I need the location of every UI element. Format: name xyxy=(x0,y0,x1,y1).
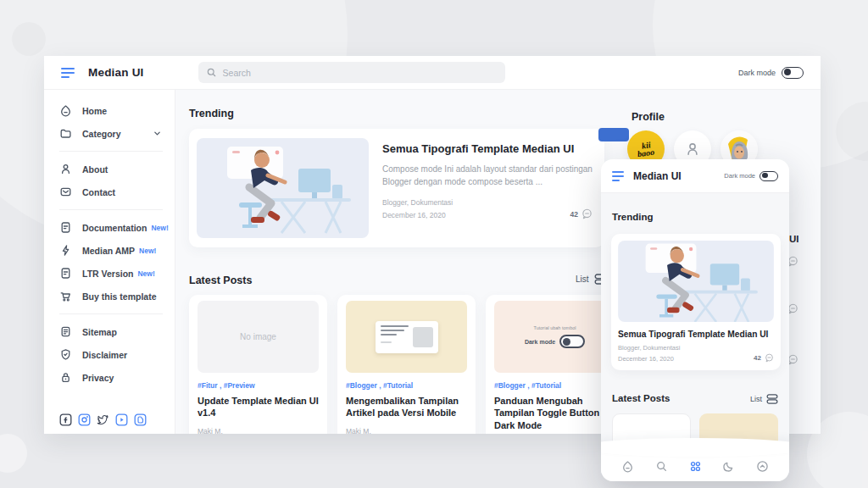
youtube-icon[interactable] xyxy=(115,413,128,426)
document-icon xyxy=(59,267,72,280)
post-image-placeholder: No image xyxy=(198,301,319,373)
sidebar-item-disclaimer[interactable]: Disclaimer xyxy=(44,343,175,366)
post-tags[interactable]: #Fitur , #Preview xyxy=(198,381,319,390)
list-view-icon xyxy=(766,393,778,405)
grid-icon[interactable] xyxy=(689,460,702,473)
list-view-label: List xyxy=(750,395,762,403)
mobile-app-title: Median UI xyxy=(633,170,682,182)
sidebar-item-label: Sitemap xyxy=(82,327,117,337)
sidebar-item-label: Privacy xyxy=(82,373,114,383)
moon-icon[interactable] xyxy=(722,460,735,473)
lock-icon xyxy=(59,371,72,384)
background-circle xyxy=(0,434,27,473)
post-card[interactable]: No image #Fitur , #Preview Update Templa… xyxy=(189,295,327,434)
home-icon xyxy=(59,104,72,117)
sidebar-item-label: Disclaimer xyxy=(82,350,127,360)
instagram-icon[interactable] xyxy=(78,413,91,426)
sidebar-item-category[interactable]: Category xyxy=(44,122,175,145)
post-title[interactable]: Panduan Mengubah Tampilan Toggle Button … xyxy=(494,395,615,431)
app-title: Median UI xyxy=(88,66,144,79)
cart-icon xyxy=(59,290,72,302)
sidebar-item-label: Contact xyxy=(82,187,115,197)
trending-post-card[interactable]: Semua Tipografi Template Median UI Compo… xyxy=(189,129,604,247)
chevron-down-icon xyxy=(153,130,161,137)
new-badge: New! xyxy=(137,269,154,278)
mobile-trending-post-card[interactable]: Semua Tipografi Template Median UI Blogg… xyxy=(611,234,781,370)
sidebar-item-label: Category xyxy=(82,129,121,139)
sitemap-icon xyxy=(59,325,72,338)
folder-icon xyxy=(59,127,72,140)
sidebar-item-buy-template[interactable]: Buy this template xyxy=(44,285,175,308)
comment-count[interactable]: 42 xyxy=(570,208,593,219)
no-image-label: No image xyxy=(240,332,276,341)
mock-dark-mode-toggle xyxy=(559,335,585,348)
search-bar[interactable] xyxy=(198,62,505,83)
comment-icon xyxy=(765,353,774,363)
post-labels: Blogger, Dokumentasi xyxy=(618,344,774,352)
latest-posts-heading: Latest Posts xyxy=(189,274,252,286)
dark-mode-label: Dark mode xyxy=(724,172,755,180)
facebook-icon[interactable] xyxy=(59,413,72,426)
post-image xyxy=(197,138,369,238)
search-input[interactable] xyxy=(223,68,498,78)
search-icon[interactable] xyxy=(655,460,668,473)
mail-icon xyxy=(59,186,72,198)
post-image xyxy=(618,241,774,322)
blogger-icon[interactable] xyxy=(134,413,147,426)
sidebar-item-median-amp[interactable]: Median AMP New! xyxy=(44,239,175,262)
post-title[interactable]: Update Template Median UI v1.4 xyxy=(198,395,319,419)
post-date: December 16, 2020 xyxy=(618,355,674,363)
list-view-toggle[interactable]: List xyxy=(750,393,778,405)
post-tags[interactable]: #Blogger , #Tutorial xyxy=(346,381,467,390)
sidebar-item-contact[interactable]: Contact xyxy=(44,180,175,203)
post-image: Tutorial ubah tombol Dark mode xyxy=(494,301,615,373)
sidebar-item-label: Buy this template xyxy=(82,291,157,302)
arrow-up-icon[interactable] xyxy=(756,460,769,473)
menu-icon[interactable] xyxy=(61,68,75,78)
comment-count[interactable]: 42 xyxy=(754,353,774,363)
twitter-icon[interactable] xyxy=(97,413,109,426)
background-circle xyxy=(12,22,46,56)
bolt-icon xyxy=(59,244,72,257)
sidebar-item-label: Home xyxy=(82,106,107,116)
social-links xyxy=(59,413,147,426)
post-title[interactable]: Semua Tipografi Template Median UI xyxy=(618,330,774,339)
post-card[interactable]: #Blogger , #Tutorial Mengembalikan Tampi… xyxy=(337,295,476,434)
bookmark-ribbon[interactable] xyxy=(598,128,629,141)
new-badge: New! xyxy=(151,224,168,232)
sidebar-divider xyxy=(59,209,163,210)
mock-toggle-label: Dark mode xyxy=(525,339,555,345)
sidebar-item-about[interactable]: About xyxy=(44,158,175,180)
post-author: Maki M. xyxy=(198,427,319,434)
sidebar-item-ltr-version[interactable]: LTR Version New! xyxy=(44,262,175,285)
list-view-label: List xyxy=(576,274,589,284)
dark-mode-toggle[interactable] xyxy=(760,171,778,181)
post-date: December 16, 2020 xyxy=(382,211,446,219)
shield-check-icon xyxy=(59,348,72,361)
sidebar-item-label: Documentation xyxy=(82,223,147,233)
mobile-latest-posts-heading: Latest Posts xyxy=(612,393,670,403)
menu-icon[interactable] xyxy=(612,171,624,181)
trending-heading: Trending xyxy=(189,108,234,119)
sidebar-item-label: About xyxy=(82,164,108,175)
sidebar-item-documentation[interactable]: Documentation New! xyxy=(44,216,175,239)
post-title[interactable]: Mengembalikan Tampilan Artikel pada Vers… xyxy=(346,395,467,419)
sidebar-divider xyxy=(59,313,163,314)
dark-mode-toggle[interactable] xyxy=(782,67,804,79)
sidebar-item-home[interactable]: Home xyxy=(44,99,175,122)
post-tags[interactable]: #Blogger , #Tutorial xyxy=(494,381,615,390)
post-title[interactable]: Semua Tipografi Template Median UI xyxy=(382,142,593,155)
dark-mode-label: Dark mode xyxy=(738,69,776,77)
covered-post-title-peek: UI xyxy=(789,234,799,244)
mock-caption: Tutorial ubah tombol xyxy=(534,325,576,330)
post-author: Maki M. xyxy=(346,427,467,434)
sidebar-item-sitemap[interactable]: Sitemap xyxy=(44,320,175,343)
new-badge: New! xyxy=(139,247,156,255)
sidebar-item-label: LTR Version xyxy=(82,269,133,279)
sidebar-divider xyxy=(59,151,163,152)
mobile-header: Median UI Dark mode xyxy=(601,159,789,193)
sidebar-item-privacy[interactable]: Privacy xyxy=(44,366,175,389)
person-icon xyxy=(684,141,701,158)
home-icon[interactable] xyxy=(621,460,634,473)
mock-post-card xyxy=(376,321,438,353)
